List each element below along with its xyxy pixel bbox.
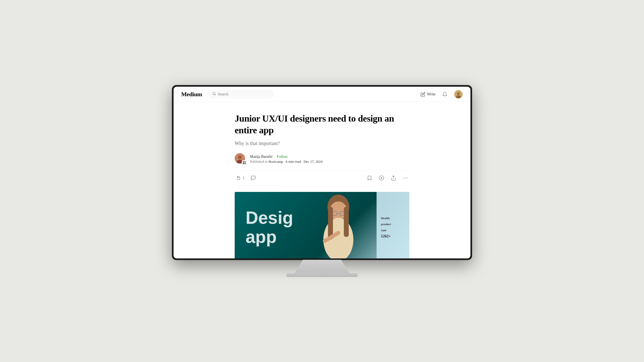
clap-count: 1 xyxy=(243,176,245,180)
action-bar: 1 xyxy=(235,171,409,185)
hero-panel-text1: Health xyxy=(381,216,405,220)
clap-button[interactable]: 1 xyxy=(235,174,246,182)
navbar: Medium Search Write xyxy=(174,87,470,102)
listen-button[interactable] xyxy=(378,174,385,182)
svg-point-16 xyxy=(407,178,408,179)
action-bar-left: 1 xyxy=(235,174,257,182)
hero-big-text-line1: Desig xyxy=(246,208,293,227)
article-subtitle: Why is that important? xyxy=(235,140,409,147)
article-container: Junior UX/UI designers need to design an… xyxy=(229,102,415,258)
monitor-base xyxy=(287,273,357,277)
publication-badge xyxy=(242,160,247,165)
comment-button[interactable] xyxy=(249,174,257,182)
person-illustration xyxy=(308,192,368,258)
medium-logo: Medium xyxy=(181,91,202,98)
action-bar-right xyxy=(366,174,409,182)
publish-date: Dec 17, 2024 xyxy=(303,159,323,164)
author-info: Marija Barušić · Follow Published in Boo… xyxy=(250,155,323,164)
svg-rect-25 xyxy=(344,207,349,237)
hero-panel-text2: product xyxy=(381,222,405,226)
content-area: Junior UX/UI designers need to design an… xyxy=(174,102,470,258)
author-row: Marija Barušić · Follow Published in Boo… xyxy=(235,153,409,165)
comment-icon xyxy=(251,175,256,181)
hero-big-text-line2: app xyxy=(246,227,293,246)
notification-dot xyxy=(461,90,463,92)
svg-rect-8 xyxy=(245,161,246,162)
hero-right-panel: Health product type 1262+ xyxy=(377,192,409,258)
svg-point-5 xyxy=(238,155,242,159)
write-icon xyxy=(421,92,425,97)
author-avatar-wrapper xyxy=(235,153,247,165)
hero-panel-number: 1262+ xyxy=(381,234,405,239)
author-name: Marija Barušić xyxy=(250,155,273,159)
write-button[interactable]: Write xyxy=(421,92,436,97)
author-name-row: Marija Barušić · Follow xyxy=(250,155,323,159)
hero-text-overlay: Desig app xyxy=(246,208,293,247)
svg-rect-9 xyxy=(243,163,244,164)
notification-button[interactable] xyxy=(441,90,449,98)
svg-rect-10 xyxy=(245,163,246,164)
svg-marker-12 xyxy=(381,177,382,179)
bookmark-icon xyxy=(367,175,372,181)
clap-icon xyxy=(236,175,241,181)
more-options-button[interactable] xyxy=(402,174,409,182)
svg-rect-7 xyxy=(243,161,244,162)
hero-person xyxy=(300,192,377,258)
search-icon xyxy=(212,92,216,97)
author-dot: · xyxy=(275,155,275,159)
publication-name: Bootcamp xyxy=(269,159,283,164)
hero-image: Desig app xyxy=(235,192,409,258)
share-button[interactable] xyxy=(390,174,397,182)
svg-point-0 xyxy=(213,92,215,95)
bootcamp-icon xyxy=(243,161,246,164)
svg-point-2 xyxy=(457,92,460,95)
navbar-right: Write xyxy=(421,90,463,99)
monitor-screen: Medium Search Write xyxy=(172,85,472,260)
svg-point-15 xyxy=(405,178,406,179)
write-label: Write xyxy=(427,92,436,96)
play-icon xyxy=(379,175,384,181)
screen-inner: Medium Search Write xyxy=(174,87,470,258)
svg-point-14 xyxy=(404,178,404,179)
ellipsis-icon xyxy=(403,175,408,181)
article-title: Junior UX/UI designers need to design an… xyxy=(235,113,409,136)
save-button[interactable] xyxy=(366,174,373,182)
search-placeholder: Search xyxy=(218,92,228,96)
bell-icon xyxy=(442,92,448,97)
follow-button[interactable]: Follow xyxy=(277,155,288,159)
hero-panel-text3: type xyxy=(381,228,405,232)
share-icon xyxy=(391,175,396,181)
search-bar[interactable]: Search xyxy=(208,90,274,98)
author-meta: Published in Bootcamp · 6 min read · Dec… xyxy=(250,159,323,164)
monitor-stand xyxy=(295,260,349,273)
user-avatar[interactable] xyxy=(454,90,463,99)
read-time: 6 min read xyxy=(286,159,301,164)
